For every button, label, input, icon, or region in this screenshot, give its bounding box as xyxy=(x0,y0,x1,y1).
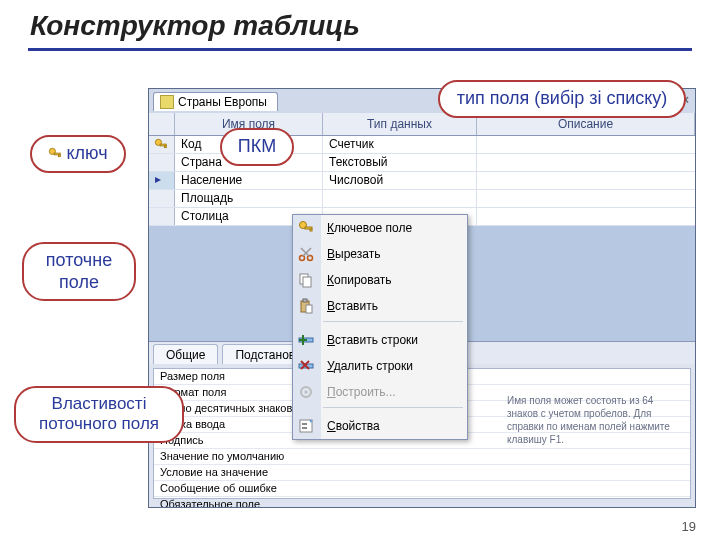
document-tab[interactable]: Страны Европы xyxy=(153,92,278,111)
cell-description[interactable] xyxy=(477,190,695,207)
property-name: Сообщение об ошибке xyxy=(154,481,336,496)
menu-item-label: Свойства xyxy=(327,419,380,433)
cut-icon xyxy=(298,246,314,262)
table-icon xyxy=(160,95,174,109)
table-row[interactable]: Площадь xyxy=(149,190,695,208)
help-text: Имя поля может состоять из 64 знаков с у… xyxy=(507,394,687,446)
menu-separator xyxy=(323,407,463,411)
menu-item-paste[interactable]: Вставить xyxy=(293,293,467,319)
row-selector[interactable] xyxy=(149,172,175,189)
page-title: Конструктор таблиць xyxy=(0,0,720,48)
property-row[interactable]: Условие на значение xyxy=(154,465,690,481)
build-icon xyxy=(298,384,314,400)
menu-item-label: Вставить xyxy=(327,299,378,313)
cell-description[interactable] xyxy=(477,208,695,225)
menu-item-build: Построить... xyxy=(293,379,467,405)
menu-separator xyxy=(323,321,463,325)
menu-item-label: Построить... xyxy=(327,385,396,399)
row-selector[interactable] xyxy=(149,136,175,153)
props-tab-general[interactable]: Общие xyxy=(153,344,218,364)
cell-datatype[interactable]: Числовой xyxy=(323,172,477,189)
props-icon xyxy=(298,418,314,434)
menu-item-copy[interactable]: Копировать xyxy=(293,267,467,293)
property-row[interactable]: Обязательное поле xyxy=(154,497,690,508)
cell-description[interactable] xyxy=(477,154,695,171)
table-row[interactable]: НаселениеЧисловой xyxy=(149,172,695,190)
row-selector-header[interactable] xyxy=(149,113,175,135)
menu-item-cut[interactable]: Вырезать xyxy=(293,241,467,267)
title-underline xyxy=(28,48,692,51)
menu-item-label: Вставить строки xyxy=(327,333,418,347)
tab-label: Страны Европы xyxy=(178,95,267,109)
menu-item-props[interactable]: Свойства xyxy=(293,413,467,439)
callout-currentfield: поточне поле xyxy=(22,242,136,301)
row-selector[interactable] xyxy=(149,154,175,171)
callout-props: Властивості поточного поля xyxy=(14,386,184,443)
menu-item-del-row[interactable]: Удалить строки xyxy=(293,353,467,379)
property-value[interactable] xyxy=(336,481,690,496)
callout-key: ключ xyxy=(30,135,126,173)
property-name: Обязательное поле xyxy=(154,497,336,508)
del-row-icon xyxy=(298,358,314,374)
key-icon xyxy=(298,220,314,236)
context-menu: Ключевое полеВырезатьКопироватьВставитьВ… xyxy=(292,214,468,440)
menu-item-label: Удалить строки xyxy=(327,359,413,373)
row-selector[interactable] xyxy=(149,190,175,207)
cell-datatype[interactable]: Текстовый xyxy=(323,154,477,171)
callout-pkm: ПКМ xyxy=(220,128,294,166)
menu-item-label: Копировать xyxy=(327,273,392,287)
cell-fieldname[interactable]: Население xyxy=(175,172,323,189)
copy-icon xyxy=(298,272,314,288)
cell-description[interactable] xyxy=(477,172,695,189)
key-icon xyxy=(48,147,62,161)
ins-row-icon xyxy=(298,332,314,348)
property-value[interactable] xyxy=(336,465,690,480)
paste-icon xyxy=(298,298,314,314)
cell-description[interactable] xyxy=(477,136,695,153)
key-icon xyxy=(154,138,168,152)
row-selector[interactable] xyxy=(149,208,175,225)
menu-item-label: Ключевое поле xyxy=(327,221,412,235)
menu-item-label: Вырезать xyxy=(327,247,380,261)
property-value[interactable] xyxy=(336,449,690,464)
property-value[interactable] xyxy=(336,497,690,508)
cell-datatype[interactable]: Счетчик xyxy=(323,136,477,153)
cell-datatype[interactable] xyxy=(323,190,477,207)
property-row[interactable]: Значение по умолчанию xyxy=(154,449,690,465)
callout-type: тип поля (вибір зі списку) xyxy=(438,80,686,118)
cell-fieldname[interactable]: Площадь xyxy=(175,190,323,207)
menu-item-key[interactable]: Ключевое поле xyxy=(293,215,467,241)
menu-item-ins-row[interactable]: Вставить строки xyxy=(293,327,467,353)
property-name: Условие на значение xyxy=(154,465,336,480)
page-number: 19 xyxy=(682,519,696,534)
property-row[interactable]: Сообщение об ошибке xyxy=(154,481,690,497)
property-name: Значение по умолчанию xyxy=(154,449,336,464)
